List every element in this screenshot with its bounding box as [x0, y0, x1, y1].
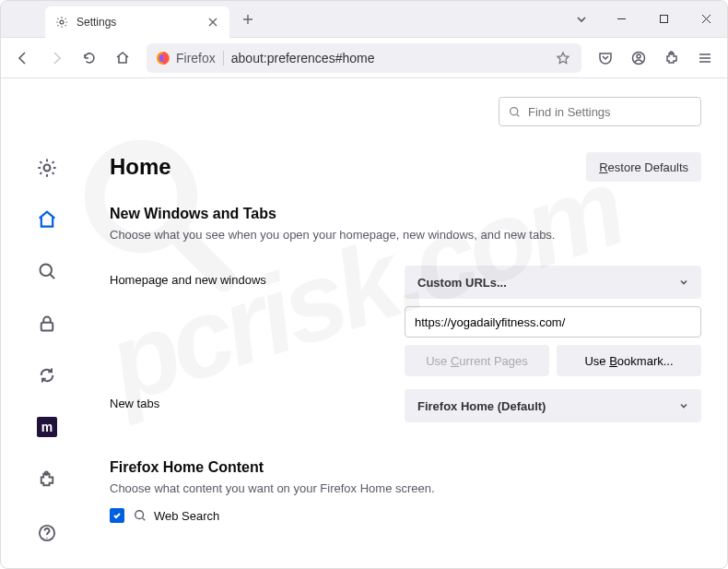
new-tab-button[interactable] — [235, 6, 261, 32]
newtabs-select[interactable]: Firefox Home (Default) — [405, 389, 701, 422]
back-button[interactable] — [8, 43, 38, 73]
url-bar[interactable]: Firefox about:preferences#home — [147, 43, 581, 73]
sidebar-search[interactable] — [30, 255, 64, 287]
bookmark-star-icon[interactable] — [554, 49, 572, 67]
sidebar-mozilla[interactable]: m — [30, 411, 64, 443]
websearch-label: Web Search — [154, 509, 219, 523]
use-current-pages-button[interactable]: Use Current Pages — [405, 345, 549, 376]
reload-button[interactable] — [75, 43, 104, 73]
sidebar-extensions[interactable] — [30, 463, 64, 496]
sidebar-sync[interactable] — [30, 360, 64, 391]
settings-sidebar: m — [1, 78, 93, 568]
restore-defaults-button[interactable]: Restore Defaults — [586, 152, 701, 182]
firefox-icon — [156, 51, 170, 65]
gear-icon — [54, 15, 69, 30]
section-desc-home-content: Choose what content you want on your Fir… — [110, 481, 701, 495]
newtabs-select-value: Firefox Home (Default) — [417, 399, 546, 413]
svg-point-10 — [41, 265, 53, 277]
homepage-select-value: Custom URLs... — [417, 276, 507, 290]
pocket-button[interactable] — [591, 43, 620, 73]
homepage-url-input[interactable] — [405, 306, 701, 338]
svg-point-9 — [44, 165, 51, 172]
section-heading-home-content: Firefox Home Content — [110, 459, 701, 476]
homepage-select[interactable]: Custom URLs... — [405, 266, 701, 299]
svg-rect-3 — [660, 16, 667, 23]
forward-button[interactable] — [41, 43, 71, 73]
browser-tab[interactable]: Settings — [45, 6, 229, 38]
svg-point-15 — [135, 511, 144, 519]
menu-button[interactable] — [690, 43, 720, 73]
svg-point-14 — [511, 107, 518, 114]
newtabs-label: New tabs — [110, 389, 405, 410]
svg-rect-11 — [41, 322, 53, 330]
svg-point-2 — [60, 20, 64, 24]
chevron-down-icon — [679, 401, 688, 410]
minimize-button[interactable] — [600, 1, 642, 38]
settings-search[interactable] — [499, 97, 701, 126]
close-window-button[interactable] — [685, 1, 727, 38]
svg-point-7 — [637, 54, 640, 58]
section-desc-windows-tabs: Choose what you see when you open your h… — [110, 228, 701, 242]
window-controls — [600, 1, 727, 38]
home-button[interactable] — [108, 43, 137, 73]
account-button[interactable] — [624, 43, 653, 73]
url-identity: Firefox — [156, 51, 224, 65]
sidebar-privacy[interactable] — [30, 308, 64, 339]
nav-toolbar: Firefox about:preferences#home — [1, 38, 727, 78]
sidebar-general[interactable] — [30, 152, 64, 184]
maximize-button[interactable] — [642, 1, 685, 38]
homepage-label: Homepage and new windows — [110, 266, 405, 287]
sidebar-home[interactable] — [30, 204, 64, 235]
close-icon[interactable] — [205, 15, 220, 30]
page-title: Home — [110, 154, 171, 180]
tab-title: Settings — [76, 16, 205, 29]
url-text: about:preferences#home — [231, 51, 554, 65]
search-icon — [509, 106, 521, 118]
content-area: Home Restore Defaults New Windows and Ta… — [93, 78, 727, 568]
tabs-dropdown-button[interactable] — [563, 1, 600, 38]
sidebar-help[interactable] — [30, 516, 64, 550]
section-heading-windows-tabs: New Windows and Tabs — [110, 206, 701, 222]
extensions-button[interactable] — [657, 43, 687, 73]
websearch-checkbox[interactable] — [110, 508, 124, 523]
mozilla-icon: m — [37, 417, 57, 437]
use-bookmark-button[interactable]: Use Bookmark... — [557, 345, 701, 376]
url-identity-label: Firefox — [176, 51, 216, 65]
search-icon — [134, 509, 147, 522]
title-bar: Settings — [1, 1, 727, 38]
settings-search-input[interactable] — [528, 105, 691, 119]
chevron-down-icon — [679, 278, 688, 287]
